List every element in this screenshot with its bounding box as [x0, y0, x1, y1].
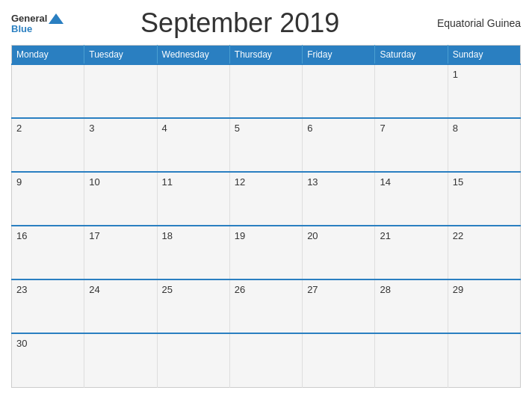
calendar-day: 10 [84, 172, 157, 226]
svg-marker-0 [49, 13, 64, 24]
header-monday: Monday [12, 46, 84, 65]
calendar-day: 23 [12, 279, 84, 333]
calendar-day [84, 64, 157, 118]
logo-blue-text: Blue [11, 24, 32, 34]
calendar-day: 26 [229, 279, 302, 333]
calendar-header: General Blue September 2019 Equatorial G… [11, 7, 521, 39]
calendar-container: General Blue September 2019 Equatorial G… [0, 0, 532, 411]
header-wednesday: Wednesday [157, 46, 229, 65]
calendar-day: 16 [12, 226, 84, 279]
calendar-day: 24 [84, 279, 157, 333]
header-tuesday: Tuesday [84, 46, 157, 65]
week-row: 23242526272829 [12, 279, 521, 333]
calendar-day [157, 64, 229, 118]
calendar-day: 6 [303, 118, 375, 172]
calendar-day [303, 333, 375, 387]
calendar-day: 17 [84, 226, 157, 279]
calendar-day: 14 [375, 172, 448, 226]
calendar-day [229, 333, 302, 387]
week-row: 2345678 [12, 118, 521, 172]
calendar-day: 3 [84, 118, 157, 172]
header-thursday: Thursday [229, 46, 302, 65]
logo: General Blue [11, 13, 64, 34]
day-headers-row: Monday Tuesday Wednesday Thursday Friday… [12, 46, 521, 65]
calendar-day: 15 [448, 172, 520, 226]
calendar-day: 27 [303, 279, 375, 333]
calendar-day: 7 [375, 118, 448, 172]
week-row: 9101112131415 [12, 172, 521, 226]
calendar-day [375, 333, 448, 387]
month-title: September 2019 [64, 7, 416, 39]
calendar-day [229, 64, 302, 118]
week-row: 1 [12, 64, 521, 118]
header-friday: Friday [303, 46, 375, 65]
calendar-day: 8 [448, 118, 520, 172]
calendar-table: Monday Tuesday Wednesday Thursday Friday… [11, 45, 521, 388]
logo-icon [49, 13, 64, 24]
calendar-day: 30 [12, 333, 84, 387]
calendar-day [303, 64, 375, 118]
calendar-day [157, 333, 229, 387]
calendar-day [375, 64, 448, 118]
week-row: 16171819202122 [12, 226, 521, 279]
calendar-day [84, 333, 157, 387]
calendar-day [448, 333, 520, 387]
calendar-day: 9 [12, 172, 84, 226]
header-saturday: Saturday [375, 46, 448, 65]
header-sunday: Sunday [448, 46, 520, 65]
calendar-day [12, 64, 84, 118]
calendar-day: 29 [448, 279, 520, 333]
calendar-day: 19 [229, 226, 302, 279]
calendar-day: 2 [12, 118, 84, 172]
calendar-day: 5 [229, 118, 302, 172]
week-row: 30 [12, 333, 521, 387]
calendar-day: 22 [448, 226, 520, 279]
calendar-day: 18 [157, 226, 229, 279]
country-name: Equatorial Guinea [416, 17, 521, 29]
calendar-day: 11 [157, 172, 229, 226]
calendar-day: 1 [448, 64, 520, 118]
calendar-day: 25 [157, 279, 229, 333]
calendar-day: 12 [229, 172, 302, 226]
calendar-day: 21 [375, 226, 448, 279]
calendar-day: 13 [303, 172, 375, 226]
calendar-day: 4 [157, 118, 229, 172]
logo-general-text: General [11, 13, 47, 23]
calendar-day: 28 [375, 279, 448, 333]
calendar-day: 20 [303, 226, 375, 279]
